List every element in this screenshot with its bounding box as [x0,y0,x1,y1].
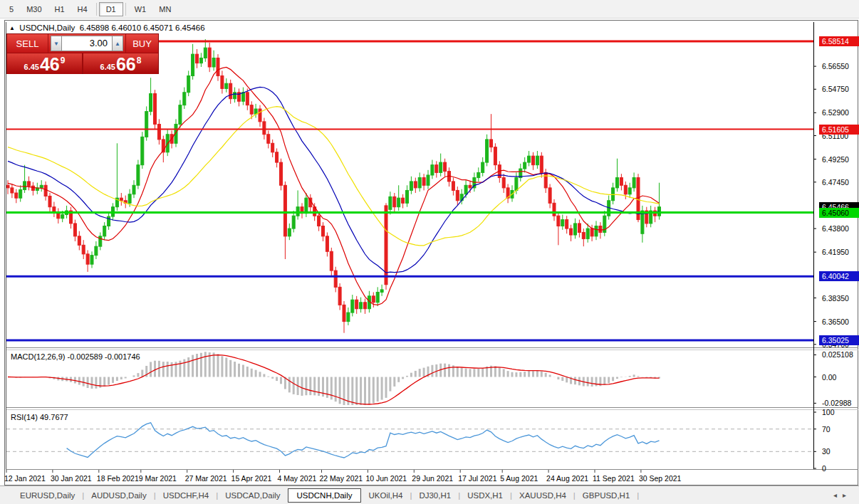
date-label: 18 Feb 2021 [97,474,139,483]
buy-price-box[interactable]: 6.45 66 8 [83,53,158,74]
chart-collapse-icon[interactable]: ▲ [9,25,15,31]
volume-decrease-button[interactable]: ▼ [51,36,62,51]
price-label: 6.41950 [822,248,849,257]
chart-title: ▲ USDCNH,Daily 6.45898 6.46010 6.45071 6… [9,23,205,32]
price-tag-6.51605: 6.51605 [819,125,859,135]
macd-axis-label: 0.00 [822,373,836,382]
macd-axis-label: -0.02988 [822,399,851,407]
date-label: 29 Jun 2021 [412,474,453,483]
buy-price-pip: 8 [137,56,142,65]
date-label: 4 May 2021 [278,474,317,483]
buy-price-main: 66 [116,56,136,73]
price-label: 6.38350 [822,294,849,303]
one-click-trade-panel: SELL ▼ 3.00 ▲ BUY 6.45 46 9 6.45 66 8 [6,33,159,74]
price-tag-6.58514: 6.58514 [819,36,859,46]
date-label: 17 Jul 2021 [458,474,496,483]
date-label: 30 Sep 2021 [639,474,682,483]
date-label: 12 Jan 2021 [4,474,46,483]
price-tag-6.45060: 6.45060 [819,208,859,218]
price-label: 6.47450 [822,178,849,187]
date-label: 24 Aug 2021 [546,474,588,483]
date-label: 30 Jan 2021 [51,474,92,483]
chart-ohlc-values: 6.45898 6.46010 6.45071 6.45466 [80,23,205,32]
rsi-axis-label: 30 [822,447,831,456]
macd-indicator-label: MACD(12,26,9) -0.002589 -0.001746 [11,352,140,361]
sell-price-prefix: 6.45 [24,63,39,71]
chart-symbol-label: USDCNH,Daily [19,23,75,32]
trading-app-window: 5M30H1H4D1W1MN ▲ USDCNH,Daily 6.45898 6.… [0,0,859,504]
sell-price-main: 46 [40,56,60,73]
date-label: 27 Mar 2021 [185,474,227,483]
price-label: 6.56550 [822,62,849,71]
date-label: 22 May 2021 [320,474,363,483]
date-label: 11 Sep 2021 [593,474,635,483]
price-tag-6.40042: 6.40042 [819,271,859,281]
rsi-indicator-label: RSI(14) 49.7677 [11,413,68,421]
price-label: 6.54750 [822,85,849,94]
price-tag-6.35025: 6.35025 [819,335,859,345]
rsi-axis-label: 0 [822,464,826,473]
rsi-axis-label: 100 [822,408,835,416]
volume-input[interactable]: 3.00 [62,36,112,51]
sell-price-pip: 9 [61,56,66,65]
date-label: 15 Apr 2021 [231,474,272,483]
chart-canvas[interactable] [1,1,859,504]
sell-price-box[interactable]: 6.45 46 9 [7,53,82,74]
price-label: 6.49250 [822,155,849,164]
macd-axis-label: 0.025108 [822,350,853,359]
price-label: 6.43800 [822,224,849,233]
volume-increase-button[interactable]: ▲ [112,36,123,51]
date-label: 5 Aug 2021 [500,474,538,483]
date-label: 10 Jun 2021 [365,474,407,483]
buy-button[interactable]: BUY [125,34,158,53]
date-label: 9 Mar 2021 [139,474,177,483]
chart-window[interactable]: ▲ USDCNH,Daily 6.45898 6.46010 6.45071 6… [4,20,858,485]
sell-button[interactable]: SELL [7,34,48,53]
buy-price-prefix: 6.45 [100,63,115,71]
price-label: 6.52900 [822,108,849,117]
rsi-axis-label: 70 [822,425,831,434]
price-label: 6.36500 [822,317,849,327]
